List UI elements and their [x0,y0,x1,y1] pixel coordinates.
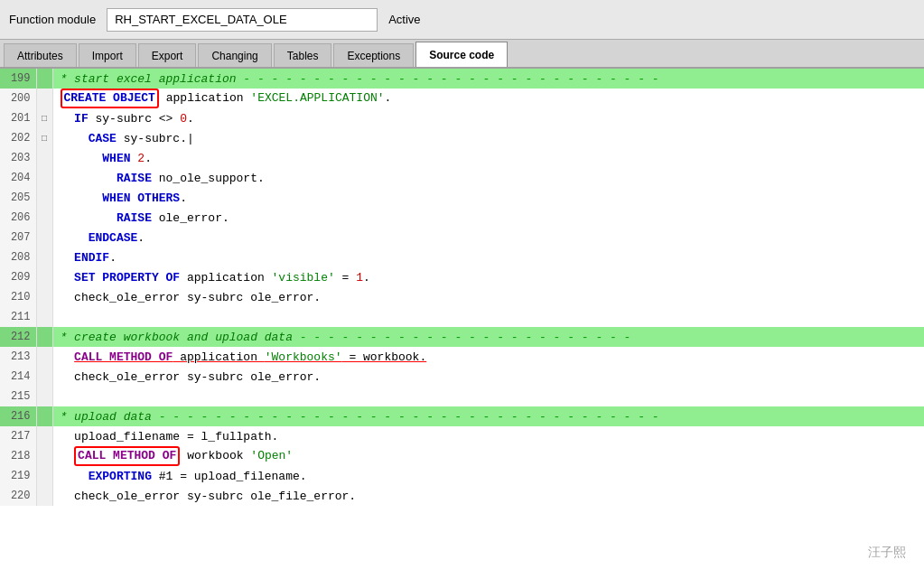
table-row: 202 □ CASE sy-subrc.| [0,128,924,148]
function-module-input[interactable] [107,8,378,32]
function-module-label: Function module [9,13,96,26]
table-row: 214 check_ole_error sy-subrc ole_error. [0,367,924,387]
code-line: WHEN OTHERS. [52,188,924,208]
fold-col [36,89,52,108]
fold-col [36,69,52,89]
fold-col: □ [36,128,52,148]
table-row: 219 EXPORTING #1 = upload_filename. [0,466,924,486]
fold-col [36,287,52,307]
table-row: 208 ENDIF. [0,247,924,267]
table-row: 199 * start excel application - - - - - … [0,69,924,89]
tab-import[interactable]: Import [79,43,136,67]
line-number: 204 [0,168,36,188]
line-number: 199 [0,69,36,89]
fold-col [36,466,52,486]
table-row: 210 check_ole_error sy-subrc ole_error. [0,287,924,307]
fold-col [36,406,52,426]
fold-col [36,228,52,247]
line-number: 206 [0,208,36,228]
tabs-bar: Attributes Import Export Changing Tables… [0,40,924,69]
line-number: 202 [0,128,36,148]
fold-col [36,247,52,267]
code-line: CALL METHOD OF workbook 'Open' [52,446,924,466]
line-number: 219 [0,466,36,486]
tab-attributes[interactable]: Attributes [4,43,77,67]
fold-col [36,446,52,466]
fold-col [36,267,52,287]
tab-changing[interactable]: Changing [198,43,271,67]
line-number: 207 [0,228,36,247]
code-area[interactable]: 199 * start excel application - - - - - … [0,69,924,588]
line-number: 211 [0,307,36,327]
code-line: WHEN 2. [52,148,924,168]
line-number: 210 [0,287,36,307]
code-line: RAISE no_ole_support. [52,168,924,188]
line-number: 212 [0,327,36,347]
fold-col [36,327,52,347]
table-row: 220 check_ole_error sy-subrc ole_file_er… [0,486,924,506]
line-number: 216 [0,406,36,426]
fold-col [36,367,52,387]
tab-tables[interactable]: Tables [274,43,332,67]
code-line: CREATE OBJECT application 'EXCEL.APPLICA… [52,89,924,108]
fold-col [36,208,52,228]
fold-col [36,486,52,506]
code-line: ENDCASE. [52,228,924,247]
code-line: check_ole_error sy-subrc ole_error. [52,367,924,387]
code-line [52,387,924,406]
table-row: 216 * upload data - - - - - - - - - - - … [0,406,924,426]
code-line: check_ole_error sy-subrc ole_file_error. [52,486,924,506]
fold-col [36,307,52,327]
tab-source-code[interactable]: Source code [415,42,508,67]
tab-export[interactable]: Export [138,43,197,67]
code-line: CASE sy-subrc.| [52,128,924,148]
table-row: 207 ENDCASE. [0,228,924,247]
table-row: 209 SET PROPERTY OF application 'visible… [0,267,924,287]
status-badge: Active [388,13,420,26]
line-number: 201 [0,108,36,128]
table-row: 211 [0,307,924,327]
code-line: CALL METHOD OF application 'Workbooks' =… [52,347,924,367]
line-number: 218 [0,446,36,466]
code-line: * upload data - - - - - - - - - - - - - … [52,406,924,426]
table-row: 213 CALL METHOD OF application 'Workbook… [0,347,924,367]
fold-col [36,168,52,188]
code-line: * start excel application - - - - - - - … [52,69,924,89]
line-number: 214 [0,367,36,387]
code-line: * create workbook and upload data - - - … [52,327,924,347]
code-line: check_ole_error sy-subrc ole_error. [52,287,924,307]
line-number: 215 [0,387,36,406]
fold-col [36,426,52,446]
line-number: 200 [0,89,36,108]
line-number: 220 [0,486,36,506]
line-number: 203 [0,148,36,168]
table-row: 201 □ IF sy-subrc <> 0. [0,108,924,128]
code-line: RAISE ole_error. [52,208,924,228]
code-line: EXPORTING #1 = upload_filename. [52,466,924,486]
fold-col [36,188,52,208]
table-row: 217 upload_filename = l_fullpath. [0,426,924,446]
code-line: IF sy-subrc <> 0. [52,108,924,128]
table-row: 205 WHEN OTHERS. [0,188,924,208]
fold-col [36,148,52,168]
line-number: 208 [0,247,36,267]
code-line: SET PROPERTY OF application 'visible' = … [52,267,924,287]
table-row: 200 CREATE OBJECT application 'EXCEL.APP… [0,89,924,108]
table-row: 215 [0,387,924,406]
line-number: 205 [0,188,36,208]
fold-col [36,347,52,367]
table-row: 204 RAISE no_ole_support. [0,168,924,188]
table-row: 212 * create workbook and upload data - … [0,327,924,347]
tab-exceptions[interactable]: Exceptions [333,43,414,67]
fold-col [36,387,52,406]
top-bar: Function module Active [0,0,924,40]
code-line [52,307,924,327]
code-line: ENDIF. [52,247,924,267]
line-number: 209 [0,267,36,287]
table-row: 203 WHEN 2. [0,148,924,168]
code-line: upload_filename = l_fullpath. [52,426,924,446]
table-row: 218 CALL METHOD OF workbook 'Open' [0,446,924,466]
line-number: 213 [0,347,36,367]
code-table: 199 * start excel application - - - - - … [0,69,924,506]
table-row: 206 RAISE ole_error. [0,208,924,228]
